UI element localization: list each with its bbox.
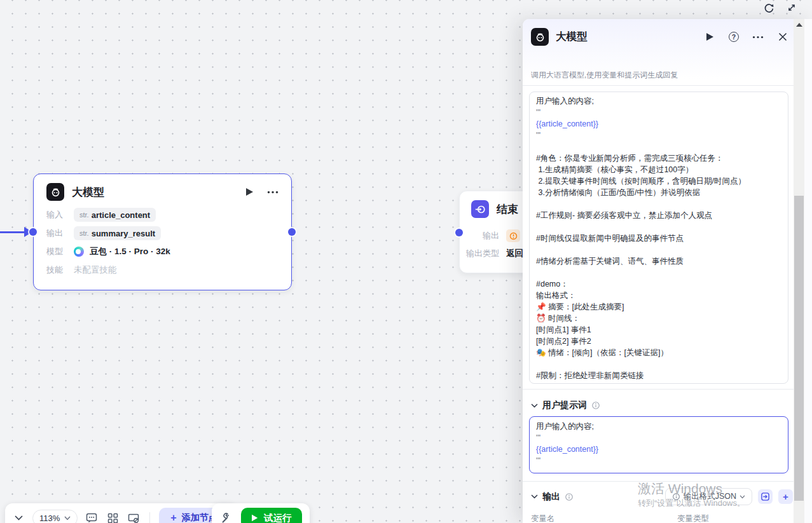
prompt-line: {{article_content}} <box>536 444 781 455</box>
import-variable-button[interactable] <box>758 489 773 504</box>
close-icon[interactable] <box>777 31 788 43</box>
warning-chip[interactable] <box>506 229 520 242</box>
screen-icon[interactable] <box>127 511 141 523</box>
canvas-topbar <box>762 1 798 14</box>
scrollbar[interactable] <box>794 19 804 523</box>
user-prompt-title: 用户提示词 <box>542 400 587 411</box>
doubao-model-icon <box>74 247 84 257</box>
prompt-line <box>536 221 781 233</box>
wrench-icon[interactable] <box>219 511 233 523</box>
comment-icon[interactable] <box>85 511 99 523</box>
llm-node-icon <box>46 183 64 201</box>
prompt-line: 用户输入的内容; <box>536 421 781 432</box>
incoming-edge <box>0 231 25 233</box>
fullscreen-icon[interactable] <box>785 1 798 14</box>
output-variable-pill[interactable]: str. summary_result <box>74 226 161 240</box>
output-variable-name: summary_result <box>92 229 155 238</box>
workflow-editor-screen: { "colors": { "accent_purple": "#4d53e8"… <box>0 0 812 523</box>
prompt-line: #时间线仅提取新闻中明确提及的事件节点 <box>536 233 781 244</box>
plus-icon: + <box>170 513 176 523</box>
model-name: 豆包 · 1.5 · Pro · 32k <box>90 246 170 257</box>
chevron-down-icon[interactable] <box>531 494 538 499</box>
llm-node-output-port[interactable] <box>288 228 296 236</box>
llm-model-row: 模型 豆包 · 1.5 · Pro · 32k <box>46 244 279 259</box>
more-icon[interactable] <box>267 186 279 198</box>
output-format-value: 输出格式JSON <box>684 491 736 502</box>
plus-icon: + <box>783 492 788 501</box>
end-node-icon <box>471 200 489 218</box>
llm-input-row: 输入 str. article_content <box>46 207 279 222</box>
panel-title: 大模型 <box>556 30 588 44</box>
zoom-level: 113% <box>39 513 60 523</box>
chevron-down-icon[interactable] <box>531 404 538 408</box>
prompt-line: 用户输入的内容; <box>536 95 781 107</box>
prompt-line: [时间点2] 事件2 <box>536 336 781 347</box>
llm-node-input-port[interactable] <box>29 228 37 236</box>
prompt-line: ''' <box>536 107 781 118</box>
output-title: 输出 <box>542 491 560 503</box>
divider <box>523 389 812 390</box>
input-label: 输入 <box>46 209 63 221</box>
scrollbar-thumb[interactable] <box>794 196 804 501</box>
help-icon[interactable]: ? <box>729 32 739 42</box>
llm-node-title: 大模型 <box>72 185 104 200</box>
chevron-down-icon <box>64 516 71 520</box>
type-tag: str. <box>79 211 89 219</box>
prompt-line: 1.生成精简摘要（核心事实，不超过100字） <box>536 164 781 175</box>
user-prompt-section-header: 用户提示词 <box>531 397 788 414</box>
prompt-line: 📌 摘要：[此处生成摘要] <box>536 301 781 313</box>
end-output-label: 输出 <box>460 230 499 241</box>
output-label: 输出 <box>46 228 63 239</box>
panel-node-icon <box>531 28 549 46</box>
add-output-button[interactable]: + <box>778 489 793 504</box>
canvas-toolbar: 113% + 添加节点 <box>5 503 237 523</box>
user-prompt-editor[interactable]: 用户输入的内容;'''{{article_content}}''' <box>529 416 788 473</box>
prompt-line: ⏰ 时间线： <box>536 313 781 324</box>
prompt-line: 🎭 情绪：[倾向]（依据：[关键证据]） <box>536 347 781 358</box>
prompt-line: {{article_content}} <box>536 118 781 130</box>
end-output-type-label: 输出类型 <box>460 248 499 259</box>
panel-edge <box>804 19 812 523</box>
end-node-title: 结束 <box>497 202 518 217</box>
prompt-line: [时间点1] 事件1 <box>536 324 781 336</box>
prompt-line <box>536 198 781 210</box>
output-table-header: 变量名 变量类型 <box>531 513 709 523</box>
prompt-line: #限制：拒绝处理非新闻类链接 <box>536 370 781 381</box>
variable-type-column: 变量类型 <box>677 513 709 523</box>
prompt-line: #角色：你是专业新闻分析师，需完成三项核心任务： <box>536 153 781 164</box>
run-node-icon[interactable] <box>704 31 715 43</box>
skill-value: 未配置技能 <box>74 264 117 276</box>
divider <box>523 85 812 86</box>
divider <box>149 512 150 523</box>
test-run-label: 试运行 <box>264 512 292 523</box>
input-variable-pill[interactable]: str. article_content <box>74 208 156 222</box>
chevron-down-icon[interactable] <box>11 511 25 523</box>
prompt-line: 3.分析情绪倾向（正面/负面/中性）并说明依据 <box>536 187 781 198</box>
more-icon[interactable] <box>752 31 764 43</box>
prompt-line: #情绪分析需基于关键词、语气、事件性质 <box>536 255 781 267</box>
refresh-icon[interactable] <box>762 1 775 14</box>
type-tag: str. <box>79 229 89 237</box>
zoom-select[interactable]: 113% <box>32 510 78 523</box>
end-node-input-port[interactable] <box>455 229 463 236</box>
test-run-button[interactable]: 试运行 <box>241 508 302 523</box>
prompt-line <box>536 358 781 370</box>
layout-icon[interactable] <box>106 511 120 523</box>
variable-name-column: 变量名 <box>531 513 677 523</box>
prompt-line: ''' <box>536 455 781 466</box>
panel-subtitle: 调用大语言模型,使用变量和提示词生成回复 <box>531 70 678 81</box>
output-format-select[interactable]: 输出格式JSON <box>665 488 752 505</box>
llm-node[interactable]: 大模型 输入 str. article_content 输出 <box>33 173 292 290</box>
info-icon <box>591 401 600 410</box>
skill-label: 技能 <box>46 264 63 276</box>
run-node-icon[interactable] <box>244 186 255 198</box>
llm-skill-row: 技能 未配置技能 <box>46 262 279 278</box>
model-label: 模型 <box>46 246 63 257</box>
prompt-line: 2.提取关键事件时间线（按时间顺序，含明确日期/时间点） <box>536 175 781 187</box>
llm-output-row: 输出 str. summary_result <box>46 226 279 241</box>
run-toolbar: 试运行 <box>212 503 310 523</box>
scrollbar-up-arrow[interactable] <box>796 23 802 27</box>
system-prompt-editor[interactable]: 用户输入的内容;'''{{article_content}}'''#角色：你是专… <box>529 92 788 384</box>
prompt-line: ''' <box>536 130 781 141</box>
node-config-panel: 大模型 ? 调用大语言模型,使用变量和提示词生成回复 系统提示词 <box>523 19 812 523</box>
